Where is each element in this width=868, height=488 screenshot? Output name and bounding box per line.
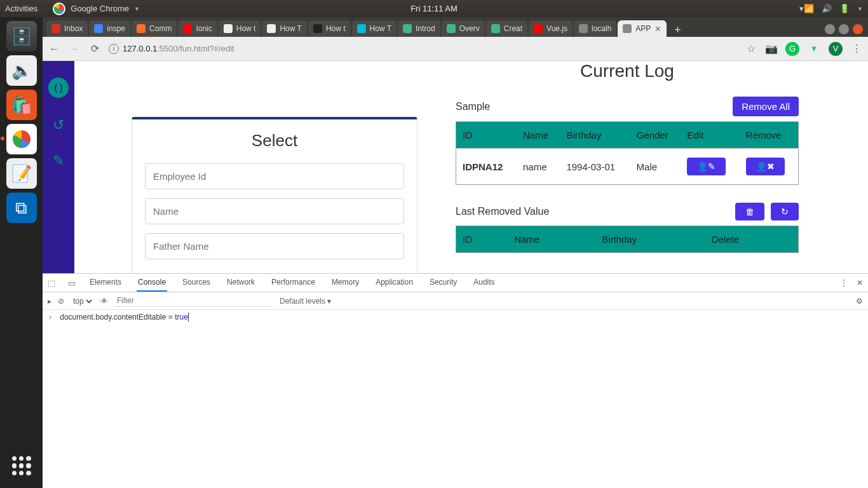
- dock-apps-grid[interactable]: [8, 452, 35, 479]
- favicon: [94, 24, 103, 33]
- console-output[interactable]: › document.body.contentEditable = true: [43, 310, 868, 488]
- window-maximize[interactable]: [839, 24, 849, 34]
- console-prompt-icon: ›: [49, 313, 51, 322]
- devtools-more-icon[interactable]: ⋮: [840, 278, 848, 287]
- system-menu-icon[interactable]: ▼: [857, 6, 863, 12]
- chevron-down-icon: ▼: [134, 6, 140, 12]
- reload-button[interactable]: ⟳: [88, 43, 101, 55]
- devtools-tab-console[interactable]: Console: [137, 274, 167, 292]
- inspect-icon[interactable]: ⬚: [48, 278, 55, 288]
- tab-close-icon[interactable]: ✕: [654, 24, 661, 34]
- dock-chrome[interactable]: [6, 124, 37, 154]
- star-icon[interactable]: ☆: [745, 43, 757, 55]
- new-tab-button[interactable]: +: [668, 24, 688, 37]
- address-bar[interactable]: i 127.0.0.1:5500/fun.html?#/edit: [109, 44, 737, 54]
- browser-tab[interactable]: How T: [352, 20, 397, 37]
- employee-id-input[interactable]: [145, 163, 404, 189]
- devtools-panel: ⬚ ▭ ElementsConsoleSourcesNetworkPerform…: [43, 273, 868, 488]
- profile-avatar[interactable]: V: [829, 42, 843, 56]
- name-input[interactable]: [145, 198, 404, 224]
- browser-tab[interactable]: Vue.js: [529, 20, 573, 37]
- dock-rhythmbox[interactable]: 🔈: [6, 55, 37, 86]
- select-card: Select: [132, 117, 417, 273]
- app-menu[interactable]: Google Chrome: [71, 4, 129, 13]
- browser-tab[interactable]: Introd: [398, 20, 440, 37]
- edit-row-button[interactable]: 👤✎: [687, 158, 726, 175]
- trash-button[interactable]: 🗑: [735, 203, 764, 220]
- devtools-tabs: ⬚ ▭ ElementsConsoleSourcesNetworkPerform…: [43, 274, 868, 292]
- page-content: ( ) ↺ ✎ Select Current Log Sample Remove…: [43, 61, 868, 273]
- context-selector[interactable]: top: [71, 296, 94, 306]
- undo-button[interactable]: ↻: [771, 203, 799, 220]
- remove-row-button[interactable]: 👤✖: [746, 158, 785, 175]
- favicon: [224, 24, 233, 33]
- browser-tab[interactable]: inspe: [89, 20, 130, 37]
- battery-icon[interactable]: 🔋: [839, 4, 850, 13]
- browser-tab[interactable]: Ionic: [178, 20, 217, 37]
- sample-label: Sample: [456, 101, 490, 112]
- clear-console-icon[interactable]: ⊘: [58, 297, 64, 306]
- dock-text-editor[interactable]: 📝: [6, 158, 37, 189]
- live-expression-icon[interactable]: 👁: [100, 297, 108, 306]
- col-gender: Gender: [630, 122, 681, 149]
- window-controls: [820, 22, 868, 37]
- history-icon[interactable]: ↺: [53, 117, 64, 133]
- console-filter-input[interactable]: [114, 295, 273, 307]
- url-host: 127.0.0.1: [123, 44, 157, 53]
- activities-button[interactable]: Activities: [5, 4, 37, 13]
- devtools-close-icon[interactable]: ✕: [857, 278, 863, 287]
- col-remove: Remove: [740, 122, 799, 149]
- cell-name: name: [517, 149, 560, 185]
- vue-devtools-icon[interactable]: ▼: [807, 42, 821, 56]
- col-name: Name: [517, 122, 560, 149]
- browser-window: InboxinspeCommIonicHow tHow THow tHow TI…: [43, 17, 868, 273]
- site-info-icon[interactable]: i: [109, 44, 119, 54]
- edit-icon[interactable]: ✎: [53, 152, 64, 169]
- browser-tab[interactable]: How t: [308, 20, 351, 37]
- father-name-input[interactable]: [145, 233, 404, 259]
- dock-files[interactable]: 🗄️: [6, 21, 37, 51]
- browser-tab[interactable]: How T: [262, 20, 306, 37]
- tab-label: Introd: [416, 24, 435, 33]
- wifi-icon[interactable]: ▾📶: [799, 4, 814, 13]
- col-edit: Edit: [681, 122, 739, 149]
- devtools-tab-audits[interactable]: Audits: [472, 274, 496, 292]
- cell-gender: Male: [630, 149, 681, 185]
- console-settings-icon[interactable]: ⚙: [856, 297, 863, 306]
- grammarly-icon[interactable]: G: [785, 42, 799, 56]
- log-levels-dropdown[interactable]: Default levels ▾: [280, 297, 331, 306]
- browser-tab[interactable]: Creat: [486, 20, 527, 37]
- clock[interactable]: Fri 11:11 AM: [410, 4, 458, 13]
- browser-tab[interactable]: APP✕: [618, 20, 667, 37]
- browser-tab[interactable]: Inbox: [46, 20, 88, 37]
- app-logo-icon[interactable]: ( ): [48, 78, 69, 98]
- favicon: [51, 24, 60, 33]
- browser-tab[interactable]: How t: [219, 20, 261, 37]
- devtools-tab-application[interactable]: Application: [374, 274, 414, 292]
- devtools-tab-security[interactable]: Security: [428, 274, 458, 292]
- devtools-tab-network[interactable]: Network: [226, 274, 256, 292]
- camera-icon[interactable]: 📷: [765, 43, 778, 55]
- browser-tab[interactable]: Comm: [132, 20, 177, 37]
- rcol-name: Name: [508, 226, 595, 253]
- window-minimize[interactable]: [825, 24, 835, 34]
- devtools-tab-elements[interactable]: Elements: [88, 274, 123, 292]
- dock-software[interactable]: 🛍️: [6, 90, 37, 120]
- ubuntu-top-bar: Activities Google Chrome ▼ Fri 11:11 AM …: [0, 0, 868, 17]
- devtools-tab-performance[interactable]: Performance: [270, 274, 316, 292]
- window-close[interactable]: [853, 24, 863, 34]
- volume-icon[interactable]: 🔊: [822, 4, 832, 13]
- remove-all-button[interactable]: Remove All: [733, 97, 799, 116]
- tab-label: Overv: [459, 24, 480, 33]
- browser-tab[interactable]: localh: [574, 20, 616, 37]
- devtools-tab-sources[interactable]: Sources: [181, 274, 212, 292]
- menu-icon[interactable]: ⋮: [850, 43, 863, 55]
- devtools-tab-memory[interactable]: Memory: [330, 274, 360, 292]
- dock-vscode[interactable]: ⧉: [6, 193, 37, 223]
- console-sidebar-icon[interactable]: ▸: [48, 297, 51, 306]
- device-toggle-icon[interactable]: ▭: [68, 278, 76, 288]
- browser-tab[interactable]: Overv: [442, 20, 485, 37]
- tab-label: APP: [635, 24, 651, 33]
- back-button[interactable]: ←: [48, 43, 60, 55]
- table-row: IDPNA12 name 1994-03-01 Male 👤✎ 👤✖: [456, 149, 799, 185]
